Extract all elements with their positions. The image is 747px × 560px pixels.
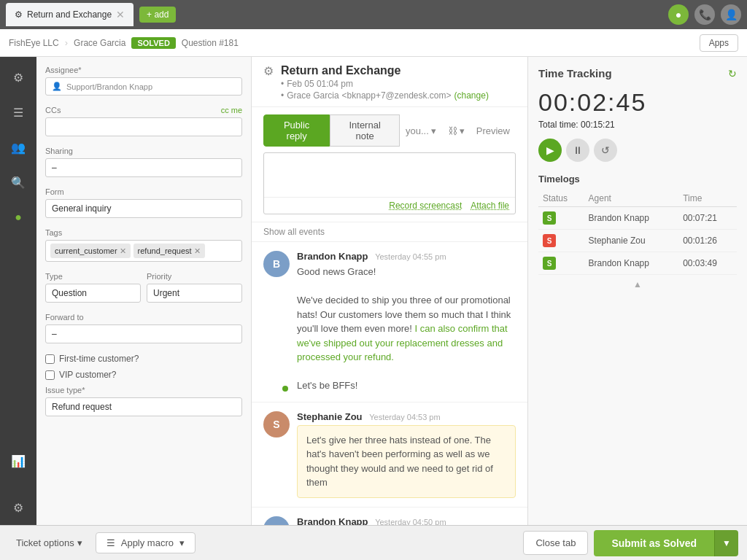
macro-caret: ▾ (179, 537, 185, 548)
time-tracking: Time Tracking ↻ 00:02:45 Total time: 00:… (528, 57, 747, 304)
form-input[interactable] (45, 199, 242, 218)
timer-pause-btn[interactable]: ⏸ (566, 139, 589, 162)
vip-checkbox[interactable] (45, 370, 55, 380)
type-field: Type (45, 272, 141, 303)
issue-type-input[interactable] (45, 397, 242, 416)
tab-close-icon[interactable]: ✕ (116, 9, 125, 20)
forward-input[interactable] (45, 324, 242, 343)
nav-search-icon[interactable]: 🔍 (7, 171, 30, 194)
tab-caret[interactable]: ⛓ ▾ (442, 121, 471, 141)
refresh-icon[interactable]: ↻ (728, 68, 737, 79)
ccs-field: CCs cc me (45, 106, 242, 136)
compose-area: Record screencast Attach file (263, 152, 516, 214)
breadcrumb-ticket[interactable]: Question #181 (182, 38, 239, 48)
submit-btn-main[interactable]: Submit as Solved (594, 530, 714, 556)
avatar-brandon2: B (263, 516, 290, 526)
main-layout: ⚙ ☰ 👥 🔍 ● 📊 ⚙ Assignee* 👤 Support/Brando… (0, 57, 747, 525)
ticket-email: <bknapp+7@zendesk.com> (342, 90, 452, 101)
ticket-header: Return and Exchange • Feb 05 01:04 pm • … (281, 64, 489, 101)
timer-reset-btn[interactable]: ↺ (594, 139, 617, 162)
first-time-label: First-time customer? (59, 354, 139, 364)
conv-time-stephanie: Yesterday 04:53 pm (369, 413, 440, 421)
ticket-from-name: Grace Garcia (287, 90, 338, 101)
status-dot-1: S (543, 211, 556, 225)
col-agent: Agent (584, 190, 679, 207)
avatar-brandon: B (263, 251, 290, 277)
time-1: 00:07:21 (678, 207, 737, 230)
cc-me-link[interactable]: cc me (221, 106, 242, 114)
col-time: Time (678, 190, 737, 207)
conv-content-stephanie: Stephanie Zou Yesterday 04:53 pm Let's g… (297, 411, 516, 498)
tag-close-icon[interactable]: ✕ (194, 246, 201, 256)
time-3: 00:03:49 (678, 252, 737, 275)
nav-chart-icon[interactable]: 📊 (7, 449, 30, 472)
nav-settings-icon[interactable]: ⚙ (7, 496, 30, 519)
submit-status-text: Solved (663, 537, 697, 549)
tag-close-icon[interactable]: ✕ (120, 246, 126, 256)
attach-file-link[interactable]: Attach file (471, 201, 509, 211)
forward-label: Forward to (45, 313, 242, 322)
conv-content-brandon1: Brandon Knapp Yesterday 04:55 pm Good ne… (297, 251, 516, 393)
apply-macro-btn[interactable]: ☰ Apply macro ▾ (96, 532, 196, 553)
settings-icon: ⚙ (15, 9, 23, 20)
type-input[interactable] (45, 284, 141, 303)
nav-menu-icon[interactable]: ☰ (7, 101, 30, 124)
breadcrumb-bar: FishEye LLC › Grace Garcia SOLVED Questi… (0, 29, 747, 57)
tags-container[interactable]: current_customer ✕ refund_request ✕ (45, 240, 242, 262)
nav-home-icon[interactable]: ⚙ (7, 66, 30, 89)
apps-button[interactable]: Apps (700, 34, 738, 52)
assignee-input[interactable]: 👤 Support/Brandon Knapp (45, 77, 242, 96)
ticket-settings-btn[interactable]: ⚙ (263, 64, 274, 78)
first-time-checkbox[interactable] (45, 354, 55, 364)
panel-collapse-btn[interactable]: ▲ (538, 275, 737, 294)
record-screencast-link[interactable]: Record screencast (389, 201, 462, 211)
nav-users-icon[interactable]: 👥 (7, 136, 30, 159)
ticket-options-label: Ticket options (16, 537, 74, 548)
conv-author-stephanie: Stephanie Zou (297, 411, 363, 422)
priority-field: Priority (147, 272, 242, 303)
breadcrumb-fisheye[interactable]: FishEye LLC (9, 38, 59, 48)
tab-preview[interactable]: Preview (471, 121, 516, 141)
breadcrumb-grace[interactable]: Grace Garcia (74, 38, 125, 48)
assignee-field: Assignee* 👤 Support/Brandon Knapp (45, 66, 242, 96)
ccs-input[interactable] (45, 117, 242, 136)
macro-label: Apply macro (121, 537, 174, 548)
change-link[interactable]: (change) (454, 90, 489, 101)
tab-public-reply[interactable]: Public reply (263, 114, 330, 147)
pacman-icon[interactable]: ● (668, 4, 689, 25)
assignee-label: Assignee* (45, 66, 242, 74)
conv-time: Yesterday 04:55 pm (375, 252, 446, 261)
close-tab-btn[interactable]: Close tab (523, 531, 588, 555)
submit-btn-dropdown[interactable]: ▼ (714, 530, 738, 556)
caret2-icon: ▾ (460, 125, 465, 136)
add-button[interactable]: + add (139, 7, 176, 23)
agent-2: Stephanie Zou (584, 230, 679, 252)
compose-input[interactable] (264, 153, 515, 197)
priority-input[interactable] (147, 284, 242, 303)
sharing-input[interactable] (45, 158, 242, 177)
phone-icon[interactable]: 📞 (694, 4, 715, 25)
list-icon: ☰ (107, 537, 115, 548)
ticket-options-btn[interactable]: Ticket options ▾ (9, 533, 90, 553)
show-all-events[interactable]: Show all events (252, 222, 527, 242)
tag-label: refund_request (138, 246, 192, 255)
left-nav: ⚙ ☰ 👥 🔍 ● 📊 ⚙ (0, 57, 36, 525)
tab-you[interactable]: you... ▾ (400, 121, 442, 141)
type-label: Type (45, 272, 141, 281)
avatar-icon[interactable]: 👤 (721, 4, 741, 25)
timer-play-btn[interactable]: ▶ (538, 139, 562, 162)
vip-checkbox-row: VIP customer? (45, 370, 242, 380)
timelogs-table: Status Agent Time S Brandon Knapp 00:07:… (538, 190, 737, 275)
left-panel: Assignee* 👤 Support/Brandon Knapp CCs cc… (36, 57, 252, 525)
tag-refund-request: refund_request ✕ (133, 244, 205, 258)
active-tab[interactable]: ⚙ Return and Exchange ✕ (6, 3, 133, 26)
status-dot-3: S (543, 257, 556, 270)
avatar-badge-brandon (281, 384, 290, 393)
ticket-meta: • Feb 05 01:04 pm (281, 79, 489, 89)
tab-internal-note[interactable]: Internal note (330, 114, 400, 147)
nav-pacman-icon[interactable]: ● (7, 206, 30, 229)
conv-content-brandon2: Brandon Knapp Yesterday 04:50 pm Hey Gra… (297, 516, 516, 526)
bottom-bar: Ticket options ▾ ☰ Apply macro ▾ Close t… (0, 525, 747, 560)
time-tracking-header: Time Tracking ↻ (538, 67, 737, 79)
ticket-dot2: • (281, 90, 284, 101)
